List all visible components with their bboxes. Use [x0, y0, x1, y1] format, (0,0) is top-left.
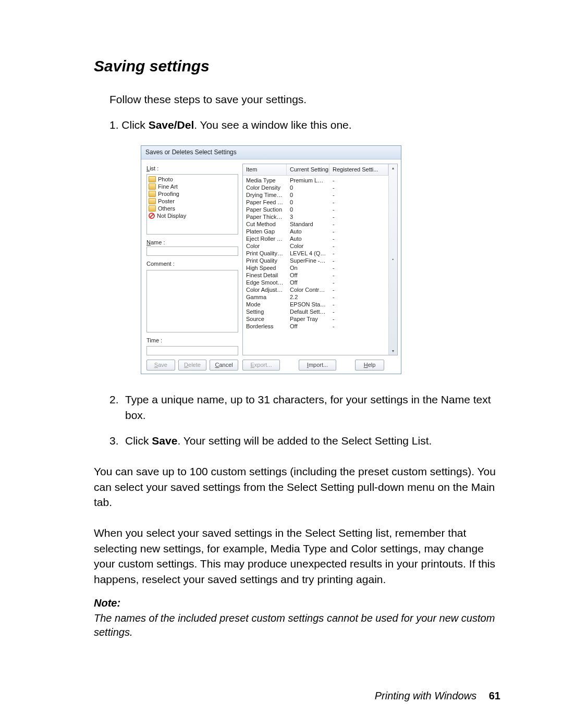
table-row: Print Quality LevelLEVEL 4 (Quality)- [243, 250, 388, 257]
tree-item-label: Fine Art [158, 183, 178, 190]
save-button[interactable]: Save [146, 360, 175, 371]
table-row: SettingDefault Setting- [243, 308, 388, 315]
name-input[interactable] [146, 246, 238, 256]
not-display-icon [149, 213, 155, 219]
step-1: 1. Click Save/Del. You see a window like… [109, 117, 500, 132]
help-button[interactable]: Help [355, 360, 384, 371]
section-heading: Saving settings [94, 57, 500, 75]
comment-label: Comment : [146, 260, 238, 268]
settings-table-body: Media TypePremium Luster ...-Color Densi… [243, 176, 388, 331]
time-label: Time : [146, 337, 238, 344]
paragraph-1: You can save up to 100 custom settings (… [94, 464, 500, 510]
footer-page-number: 61 [489, 690, 500, 701]
step1-bold: Save/Del [149, 119, 194, 131]
tree-item-label: Others [158, 205, 175, 212]
scroll-down-icon[interactable]: ▾ [392, 348, 394, 354]
col-registered: Registered Setti... [329, 164, 388, 175]
table-row: Drying Time per ...0- [243, 191, 388, 199]
import-button[interactable]: Import... [299, 360, 336, 371]
step-3-number: 3. [109, 433, 125, 448]
folder-icon [149, 183, 156, 190]
dialog-window: Saves or Deletes Select Settings List : … [141, 145, 401, 374]
tree-item[interactable]: Photo [149, 176, 236, 183]
col-current: Current Settings [287, 164, 329, 175]
table-row: Cut MethodStandard- [243, 220, 388, 228]
name-label: Name : [146, 239, 165, 245]
table-row: SourcePaper Tray- [243, 315, 388, 323]
paragraph-2: When you select your saved settings in t… [94, 525, 500, 587]
step1-post: . You see a window like this one. [194, 119, 351, 131]
step3-bold: Save [152, 435, 177, 447]
table-row: Platen GapAuto- [243, 228, 388, 235]
step3-pre: Click [125, 435, 152, 447]
table-row: BorderlessOff- [243, 323, 388, 330]
table-row: Edge SmoothingOff- [243, 279, 388, 286]
table-header: Item Current Settings Registered Setti..… [243, 164, 388, 176]
table-row: Gamma2.2- [243, 293, 388, 301]
step-2-text: Type a unique name, up to 31 characters,… [125, 392, 500, 423]
folder-icon [149, 191, 156, 197]
folder-icon [149, 198, 156, 204]
tree-item[interactable]: Not Display [149, 212, 236, 219]
delete-button[interactable]: Delete [178, 360, 207, 371]
table-row: Color AdjustmentColor Controls- [243, 286, 388, 293]
table-row: Color Density0- [243, 184, 388, 191]
note-label: Note: [94, 597, 500, 609]
step-2: 2. Type a unique name, up to 31 characte… [109, 392, 500, 423]
col-item: Item [243, 164, 287, 175]
table-row: Paper Thickness3- [243, 213, 388, 220]
table-row: Eject Roller TypeAuto- [243, 235, 388, 242]
export-button[interactable]: Export... [242, 360, 280, 371]
tree-item[interactable]: Proofing [149, 190, 236, 198]
table-row: Paper Suction0- [243, 206, 388, 213]
folder-icon [149, 205, 156, 212]
step-2-number: 2. [109, 392, 125, 423]
footer-section: Printing with Windows [375, 690, 476, 701]
cancel-button[interactable]: Cancel [210, 360, 238, 371]
scroll-thumb-icon[interactable]: ▪ [393, 256, 394, 262]
table-row: ColorColor- [243, 242, 388, 250]
comment-textarea[interactable] [146, 270, 238, 332]
table-row: Finest DetailOff- [243, 272, 388, 279]
note-body: The names of the included preset custom … [94, 611, 500, 639]
vertical-scrollbar[interactable]: ▴ ▪ ▾ [388, 164, 397, 355]
tree-item-label: Poster [158, 198, 175, 205]
tree-item[interactable]: Fine Art [149, 183, 236, 190]
tree-item-label: Proofing [158, 190, 179, 198]
step-3: 3. Click Save. Your setting will be adde… [109, 433, 500, 448]
page-footer: Printing with Windows 61 [375, 690, 500, 702]
time-field [146, 346, 238, 355]
scroll-up-icon[interactable]: ▴ [392, 165, 394, 171]
table-row: High SpeedOn- [243, 264, 388, 272]
folder-icon [149, 176, 156, 182]
table-row: Paper Feed Adju...0- [243, 199, 388, 206]
intro-text: Follow these steps to save your settings… [109, 92, 500, 107]
tree-item-label: Photo [158, 176, 173, 183]
tree-item-label: Not Display [157, 212, 186, 219]
window-title: Saves or Deletes Select Settings [141, 146, 401, 159]
step-3-text: Click Save. Your setting will be added t… [125, 433, 432, 448]
list-label: List : [146, 165, 238, 172]
tree-item[interactable]: Others [149, 205, 236, 212]
table-row: Media TypePremium Luster ...- [243, 177, 388, 184]
table-row: Print QualitySuperFine - 144...- [243, 257, 388, 264]
step1-pre: 1. Click [109, 119, 149, 131]
step3-post: . Your setting will be added to the Sele… [177, 435, 432, 447]
table-row: ModeEPSON Standar...- [243, 301, 388, 308]
tree-item[interactable]: Poster [149, 198, 236, 205]
settings-tree[interactable]: PhotoFine ArtProofingPosterOthersNot Dis… [146, 174, 238, 235]
